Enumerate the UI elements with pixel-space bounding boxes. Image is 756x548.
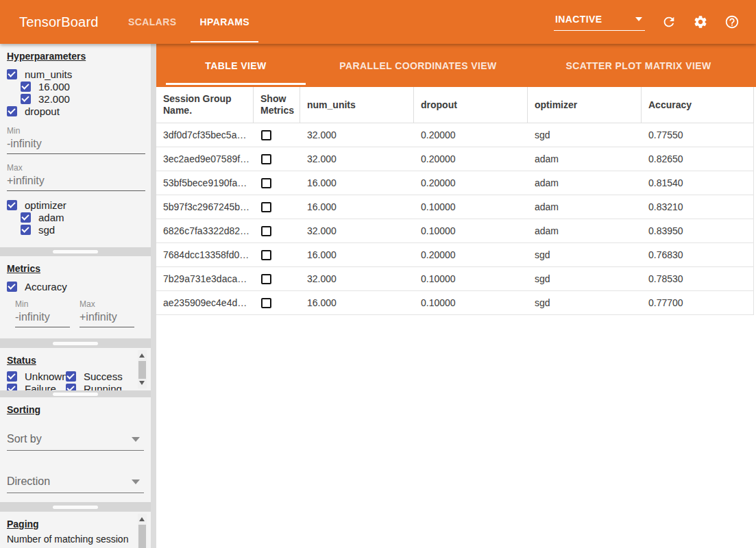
column-header-show-metrics: Show Metrics [254, 87, 300, 123]
scroll-up-icon[interactable] [139, 353, 145, 358]
column-header-dropout: dropout [414, 87, 528, 123]
paging-scrollbar[interactable] [138, 514, 147, 548]
checkbox-label: dropout [25, 105, 60, 117]
num-units-cell: 16.000 [300, 249, 414, 260]
checkbox-32-000[interactable] [21, 94, 31, 104]
min-input[interactable]: -infinity [7, 136, 145, 154]
min-label: Min [15, 299, 70, 309]
status-title: Status [7, 355, 145, 366]
table-row: 7b29a731e3daca…32.0000.10000sgd0.78530 [156, 267, 754, 291]
table-row: 5b97f3c2967245b…16.0000.10000adam0.83210 [156, 195, 754, 219]
show-metrics-checkbox[interactable] [261, 226, 271, 236]
accuracy-cell: 0.77550 [642, 129, 753, 140]
optimizer-cell: sgd [528, 297, 642, 308]
checkbox-label: num_units [25, 68, 72, 80]
show-metrics-checkbox[interactable] [261, 274, 271, 284]
status-scrollbar[interactable] [138, 350, 147, 388]
accuracy-min-field: Min -infinity [15, 299, 70, 327]
direction-value: Direction [7, 475, 50, 487]
show-metrics-checkbox[interactable] [261, 250, 271, 260]
optimizer-cell: sgd [528, 273, 642, 284]
checkbox-label: optimizer [25, 199, 66, 211]
show-metrics-checkbox[interactable] [261, 202, 271, 212]
column-header-optimizer: optimizer [528, 87, 642, 123]
min-input[interactable]: -infinity [15, 309, 70, 327]
checkbox-label: 32.000 [38, 93, 70, 105]
num-units-cell: 32.000 [300, 129, 414, 140]
show-metrics-checkbox[interactable] [261, 130, 271, 140]
scrollbar-thumb[interactable] [138, 525, 146, 548]
num-units-cell: 16.000 [300, 201, 414, 212]
checkbox-running[interactable] [66, 384, 76, 391]
view-tab-table-view[interactable]: TABLE VIEW [156, 44, 315, 87]
accuracy-cell: 0.83210 [642, 201, 753, 212]
session-group-name-cell: 7684dcc13358fd0… [156, 249, 254, 260]
sort-by-select[interactable]: Sort by [7, 432, 144, 451]
checkbox-num-units[interactable] [7, 69, 17, 79]
checkbox-adam[interactable] [21, 212, 31, 223]
checkbox-success[interactable] [66, 371, 76, 382]
refresh-button[interactable] [661, 14, 676, 29]
column-header-num-units: num_units [300, 87, 414, 123]
accuracy-max-field: Max +infinity [80, 299, 134, 327]
scroll-up-icon[interactable] [139, 517, 145, 521]
session-group-name-cell: 3df0d7cf35bec5a… [156, 129, 254, 140]
checkbox-optimizer[interactable] [7, 200, 17, 210]
tab-hparams[interactable]: HPARAMS [188, 0, 261, 44]
metrics-title: Metrics [7, 263, 145, 274]
settings-button[interactable] [693, 14, 708, 29]
view-tabs: TABLE VIEWPARALLEL COORDINATES VIEWSCATT… [156, 44, 756, 87]
view-tab-parallel-coordinates-view[interactable]: PARALLEL COORDINATES VIEW [315, 44, 521, 87]
table-row: 6826c7fa3322d82…32.0000.10000adam0.83950 [156, 219, 754, 243]
table-header-row: Session Group Name.Show Metricsnum_units… [156, 87, 754, 123]
drag-handle [53, 250, 98, 253]
checkbox-row: Success [66, 370, 136, 382]
section-resize-handle[interactable] [0, 502, 151, 512]
drag-handle [53, 506, 98, 509]
checkbox-dropout[interactable] [7, 106, 17, 116]
direction-select[interactable]: Direction [7, 474, 144, 493]
scrollbar-thumb[interactable] [138, 361, 146, 379]
checkbox-16-000[interactable] [21, 82, 31, 92]
checkbox-row: dropout [7, 105, 145, 117]
show-metrics-cell [254, 178, 300, 188]
sorting-section: Sorting Sort by Direction [0, 397, 151, 502]
experiment-status-select[interactable]: INACTIVE [554, 14, 645, 31]
sort-by-value: Sort by [7, 433, 42, 445]
show-metrics-cell [254, 250, 300, 260]
hyperparameters-section: Hyperparameters num_units 16.000 32.000 … [0, 44, 151, 247]
view-tab-scatter-plot-matrix-view[interactable]: SCATTER PLOT MATRIX VIEW [521, 44, 756, 87]
table-body: 3df0d7cf35bec5a…32.0000.20000sgd0.775503… [156, 123, 754, 315]
show-metrics-cell [254, 202, 300, 212]
section-resize-handle[interactable] [0, 338, 151, 348]
show-metrics-checkbox[interactable] [261, 178, 271, 188]
show-metrics-cell [254, 154, 300, 164]
tab-scalars[interactable]: SCALARS [117, 0, 188, 44]
checkbox-failure[interactable] [7, 384, 17, 391]
max-input[interactable]: +infinity [80, 309, 134, 327]
section-resize-handle[interactable] [0, 390, 151, 397]
dropout-min-field: Min -infinity [7, 126, 145, 154]
checkbox-label: Running [84, 383, 122, 391]
max-label: Max [80, 299, 134, 309]
checkbox-unknown[interactable] [7, 371, 17, 382]
scroll-down-icon[interactable] [139, 381, 145, 385]
checkbox-row: optimizer [7, 199, 145, 211]
show-metrics-checkbox[interactable] [261, 298, 271, 308]
num-units-cell: 32.000 [300, 153, 414, 164]
sidebar-scrollbar[interactable] [151, 44, 156, 548]
optimizer-cell: sgd [528, 129, 642, 140]
help-button[interactable] [724, 14, 740, 29]
checkbox-row: adam [7, 211, 145, 223]
max-input[interactable]: +infinity [7, 173, 145, 191]
accuracy-range-fields: Min -infinity Max +infinity [7, 299, 145, 327]
dropout-cell: 0.20000 [414, 249, 528, 260]
checkbox-sgd[interactable] [21, 225, 31, 235]
status-checkbox-grid: Unknown Success Failure Running [7, 370, 145, 390]
show-metrics-checkbox[interactable] [261, 154, 271, 164]
checkbox-row: sgd [7, 223, 145, 236]
section-resize-handle[interactable] [0, 247, 151, 256]
checkbox-accuracy[interactable] [7, 282, 17, 292]
optimizer-cell: adam [528, 201, 642, 212]
dropout-cell: 0.10000 [414, 225, 528, 236]
